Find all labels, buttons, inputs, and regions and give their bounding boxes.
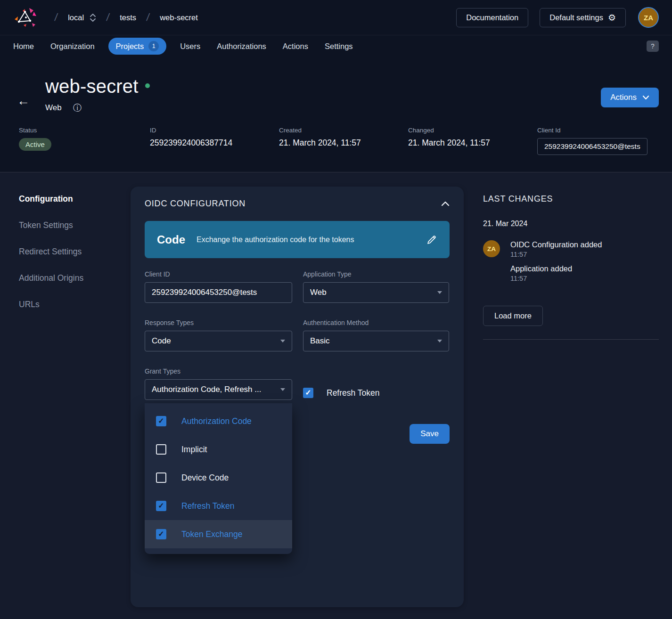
changed-label: Changed <box>408 127 537 134</box>
tab-projects[interactable]: Projects 1 <box>108 38 167 55</box>
edit-pencil-icon[interactable] <box>426 234 437 245</box>
checkbox-unchecked-icon[interactable] <box>156 472 166 483</box>
refresh-token-checkbox[interactable]: ✓ <box>303 388 313 398</box>
user-avatar[interactable]: ZA <box>638 7 659 28</box>
grant-types-dropdown: ✓ Authorization Code Implicit Device Cod… <box>145 403 292 554</box>
collapse-section-button[interactable] <box>441 201 450 206</box>
save-button[interactable]: Save <box>410 424 450 444</box>
created-value: 21. March 2024, 11:57 <box>279 138 408 148</box>
sidebar-item-configuration[interactable]: Configuration <box>19 194 131 204</box>
grant-option-device-code[interactable]: Device Code <box>145 464 292 492</box>
response-types-value: Code <box>152 336 276 346</box>
breadcrumb-project[interactable]: tests <box>120 13 136 22</box>
help-button[interactable]: ? <box>647 41 659 52</box>
checkbox-unchecked-icon[interactable] <box>156 444 166 455</box>
documentation-button[interactable]: Documentation <box>456 8 528 27</box>
gear-icon: ⚙ <box>608 13 616 22</box>
authentication-method-label: Authentication Method <box>303 319 449 326</box>
select-arrow-icon <box>280 388 285 391</box>
breadcrumb-separator: / <box>54 11 58 24</box>
app-type-subtitle: Web <box>45 103 62 113</box>
grant-option-label: Refresh Token <box>181 501 235 511</box>
checkbox-checked-icon[interactable]: ✓ <box>156 529 166 539</box>
sidebar-item-additional-origins[interactable]: Additional Origins <box>19 273 131 283</box>
status-label: Status <box>19 127 150 134</box>
auth-flow-banner: Code Exchange the authorization code for… <box>145 221 450 258</box>
page-header: ← web-secret Web ⓘ Actions <box>0 57 672 113</box>
grant-option-implicit[interactable]: Implicit <box>145 435 292 464</box>
sidebar-item-urls[interactable]: URLs <box>19 300 131 310</box>
select-arrow-icon <box>437 291 442 294</box>
default-settings-label: Default settings <box>549 13 603 22</box>
client-id-input[interactable] <box>145 282 292 303</box>
load-more-button[interactable]: Load more <box>483 306 543 326</box>
tab-actions[interactable]: Actions <box>283 42 308 51</box>
grant-types-value: Authorization Code, Refresh ... <box>152 385 276 394</box>
sidebar-item-token-settings[interactable]: Token Settings <box>19 220 131 230</box>
tab-users[interactable]: Users <box>180 42 200 51</box>
response-types-select[interactable]: Code <box>145 331 292 351</box>
org-switcher-icon[interactable] <box>90 13 96 22</box>
grant-option-label: Authorization Code <box>181 416 252 426</box>
grant-types-label: Grant Types <box>145 367 292 375</box>
change-event-time: 11:57 <box>510 275 602 282</box>
grant-types-select[interactable]: Authorization Code, Refresh ... <box>145 379 292 400</box>
banner-description: Exchange the authorization code for the … <box>197 236 354 244</box>
changes-feed: ZA OIDC Configuration added 11:57 Applic… <box>483 240 659 282</box>
change-event-title: Application added <box>510 264 602 273</box>
tab-organization[interactable]: Organization <box>50 42 95 51</box>
grant-option-token-exchange[interactable]: ✓ Token Exchange <box>145 520 292 548</box>
main-content: Configuration Token Settings Redirect Se… <box>0 172 672 607</box>
top-section: / local / tests / web-secret Documentati… <box>0 0 672 172</box>
tab-projects-label: Projects <box>116 42 144 51</box>
breadcrumb-instance[interactable]: local <box>68 13 84 22</box>
created-label: Created <box>279 127 408 134</box>
info-icon[interactable]: ⓘ <box>73 104 82 112</box>
client-id-chip[interactable]: 259239924006453250@tests <box>537 138 647 155</box>
active-state-dot <box>145 83 150 88</box>
breadcrumb-app[interactable]: web-secret <box>160 13 198 22</box>
status-badge: Active <box>19 138 51 151</box>
main-nav: Home Organization Projects 1 Users Autho… <box>0 35 672 57</box>
breadcrumb-separator: / <box>106 11 110 24</box>
actions-label: Actions <box>610 93 637 102</box>
change-author-avatar: ZA <box>483 240 500 257</box>
id-label: ID <box>150 127 279 134</box>
authentication-method-value: Basic <box>310 336 433 346</box>
zitadel-logo-icon[interactable] <box>13 6 38 29</box>
last-changes-title: LAST CHANGES <box>483 194 659 204</box>
id-value: 259239924006387714 <box>150 138 279 148</box>
checkbox-checked-icon[interactable]: ✓ <box>156 501 166 511</box>
changed-value: 21. March 2024, 11:57 <box>408 138 537 148</box>
last-changes-panel: LAST CHANGES 21. Mar 2024 ZA OIDC Config… <box>483 187 659 607</box>
card-title: OIDC CONFIGURATION <box>145 199 246 209</box>
refresh-token-checkbox-row[interactable]: ✓ Refresh Token <box>303 383 449 403</box>
chevron-down-icon <box>642 95 649 100</box>
back-button[interactable]: ← <box>17 76 44 113</box>
checkbox-checked-icon[interactable]: ✓ <box>156 416 166 426</box>
response-types-label: Response Types <box>145 319 292 326</box>
tab-authorizations[interactable]: Authorizations <box>217 42 266 51</box>
oidc-configuration-card: OIDC CONFIGURATION Code Exchange the aut… <box>131 187 464 607</box>
change-event: OIDC Configuration added 11:57 <box>510 240 602 258</box>
change-event-title: OIDC Configuration added <box>510 240 602 249</box>
grant-option-label: Implicit <box>181 445 207 455</box>
projects-count-badge: 1 <box>148 41 159 51</box>
application-type-select[interactable]: Web <box>303 282 449 303</box>
default-settings-button[interactable]: Default settings ⚙ <box>540 8 626 27</box>
topbar: / local / tests / web-secret Documentati… <box>0 0 672 35</box>
tab-home[interactable]: Home <box>13 42 34 51</box>
application-type-value: Web <box>310 288 433 297</box>
grant-option-refresh-token[interactable]: ✓ Refresh Token <box>145 492 292 520</box>
grant-option-label: Device Code <box>181 473 229 483</box>
sidebar-item-redirect-settings[interactable]: Redirect Settings <box>19 247 131 257</box>
client-id-field-label: Client ID <box>145 270 292 278</box>
banner-title: Code <box>157 233 185 246</box>
grant-option-authorization-code[interactable]: ✓ Authorization Code <box>145 407 292 435</box>
authentication-method-select[interactable]: Basic <box>303 331 449 351</box>
grant-option-label: Token Exchange <box>181 529 242 539</box>
actions-button[interactable]: Actions <box>601 88 659 107</box>
meta-row: Status Active ID 259239924006387714 Crea… <box>0 113 672 172</box>
documentation-label: Documentation <box>466 13 518 22</box>
tab-settings[interactable]: Settings <box>325 42 353 51</box>
